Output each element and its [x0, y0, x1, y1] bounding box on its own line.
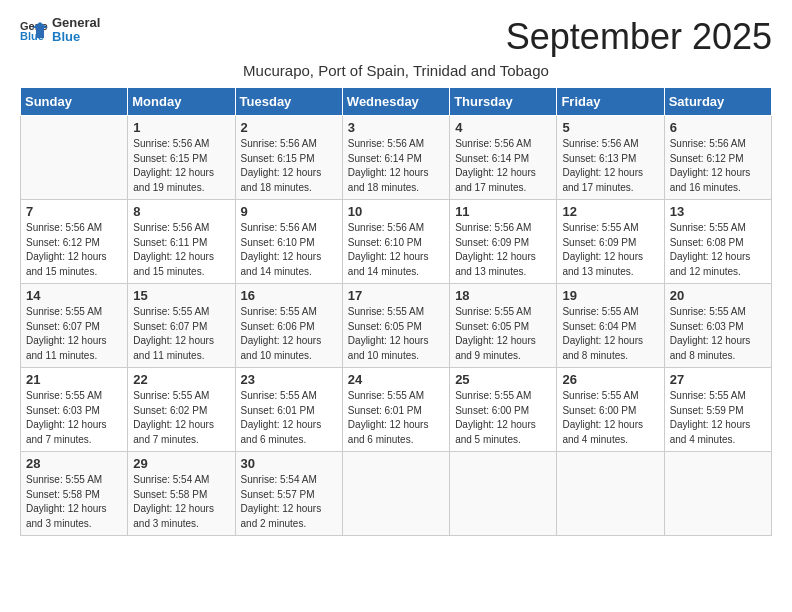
day-number: 4	[455, 120, 551, 135]
calendar-cell	[21, 116, 128, 200]
day-info: Sunrise: 5:56 AM Sunset: 6:14 PM Dayligh…	[348, 137, 444, 195]
calendar-cell: 8Sunrise: 5:56 AM Sunset: 6:11 PM Daylig…	[128, 200, 235, 284]
day-number: 20	[670, 288, 766, 303]
month-title: September 2025	[506, 16, 772, 58]
day-number: 30	[241, 456, 337, 471]
calendar-cell: 25Sunrise: 5:55 AM Sunset: 6:00 PM Dayli…	[450, 368, 557, 452]
day-number: 6	[670, 120, 766, 135]
day-info: Sunrise: 5:56 AM Sunset: 6:12 PM Dayligh…	[670, 137, 766, 195]
day-number: 26	[562, 372, 658, 387]
day-info: Sunrise: 5:55 AM Sunset: 6:03 PM Dayligh…	[26, 389, 122, 447]
day-number: 10	[348, 204, 444, 219]
day-info: Sunrise: 5:55 AM Sunset: 6:07 PM Dayligh…	[26, 305, 122, 363]
day-header-tuesday: Tuesday	[235, 88, 342, 116]
day-header-monday: Monday	[128, 88, 235, 116]
calendar-cell: 4Sunrise: 5:56 AM Sunset: 6:14 PM Daylig…	[450, 116, 557, 200]
day-number: 13	[670, 204, 766, 219]
day-info: Sunrise: 5:54 AM Sunset: 5:58 PM Dayligh…	[133, 473, 229, 531]
logo-line1: General	[52, 16, 100, 30]
calendar-cell: 30Sunrise: 5:54 AM Sunset: 5:57 PM Dayli…	[235, 452, 342, 536]
calendar-cell	[450, 452, 557, 536]
day-number: 2	[241, 120, 337, 135]
day-info: Sunrise: 5:56 AM Sunset: 6:10 PM Dayligh…	[348, 221, 444, 279]
calendar-cell: 11Sunrise: 5:56 AM Sunset: 6:09 PM Dayli…	[450, 200, 557, 284]
calendar-cell: 12Sunrise: 5:55 AM Sunset: 6:09 PM Dayli…	[557, 200, 664, 284]
calendar-cell: 6Sunrise: 5:56 AM Sunset: 6:12 PM Daylig…	[664, 116, 771, 200]
day-info: Sunrise: 5:56 AM Sunset: 6:13 PM Dayligh…	[562, 137, 658, 195]
day-number: 8	[133, 204, 229, 219]
day-info: Sunrise: 5:55 AM Sunset: 6:05 PM Dayligh…	[348, 305, 444, 363]
calendar-cell: 26Sunrise: 5:55 AM Sunset: 6:00 PM Dayli…	[557, 368, 664, 452]
day-number: 27	[670, 372, 766, 387]
week-row-1: 1Sunrise: 5:56 AM Sunset: 6:15 PM Daylig…	[21, 116, 772, 200]
day-info: Sunrise: 5:56 AM Sunset: 6:15 PM Dayligh…	[133, 137, 229, 195]
day-number: 16	[241, 288, 337, 303]
calendar-cell: 24Sunrise: 5:55 AM Sunset: 6:01 PM Dayli…	[342, 368, 449, 452]
day-info: Sunrise: 5:55 AM Sunset: 6:01 PM Dayligh…	[348, 389, 444, 447]
calendar-cell: 15Sunrise: 5:55 AM Sunset: 6:07 PM Dayli…	[128, 284, 235, 368]
day-number: 12	[562, 204, 658, 219]
day-info: Sunrise: 5:55 AM Sunset: 6:06 PM Dayligh…	[241, 305, 337, 363]
calendar-cell	[557, 452, 664, 536]
day-info: Sunrise: 5:55 AM Sunset: 5:59 PM Dayligh…	[670, 389, 766, 447]
day-info: Sunrise: 5:55 AM Sunset: 6:03 PM Dayligh…	[670, 305, 766, 363]
day-info: Sunrise: 5:54 AM Sunset: 5:57 PM Dayligh…	[241, 473, 337, 531]
week-row-3: 14Sunrise: 5:55 AM Sunset: 6:07 PM Dayli…	[21, 284, 772, 368]
calendar-cell: 7Sunrise: 5:56 AM Sunset: 6:12 PM Daylig…	[21, 200, 128, 284]
day-number: 17	[348, 288, 444, 303]
calendar-cell: 13Sunrise: 5:55 AM Sunset: 6:08 PM Dayli…	[664, 200, 771, 284]
day-number: 22	[133, 372, 229, 387]
day-info: Sunrise: 5:56 AM Sunset: 6:09 PM Dayligh…	[455, 221, 551, 279]
calendar-cell: 14Sunrise: 5:55 AM Sunset: 6:07 PM Dayli…	[21, 284, 128, 368]
calendar-cell: 3Sunrise: 5:56 AM Sunset: 6:14 PM Daylig…	[342, 116, 449, 200]
day-info: Sunrise: 5:55 AM Sunset: 6:02 PM Dayligh…	[133, 389, 229, 447]
day-info: Sunrise: 5:55 AM Sunset: 6:09 PM Dayligh…	[562, 221, 658, 279]
day-number: 9	[241, 204, 337, 219]
calendar-cell: 21Sunrise: 5:55 AM Sunset: 6:03 PM Dayli…	[21, 368, 128, 452]
calendar-cell: 16Sunrise: 5:55 AM Sunset: 6:06 PM Dayli…	[235, 284, 342, 368]
week-row-4: 21Sunrise: 5:55 AM Sunset: 6:03 PM Dayli…	[21, 368, 772, 452]
day-header-sunday: Sunday	[21, 88, 128, 116]
day-header-wednesday: Wednesday	[342, 88, 449, 116]
day-info: Sunrise: 5:55 AM Sunset: 6:00 PM Dayligh…	[562, 389, 658, 447]
day-info: Sunrise: 5:56 AM Sunset: 6:11 PM Dayligh…	[133, 221, 229, 279]
week-row-2: 7Sunrise: 5:56 AM Sunset: 6:12 PM Daylig…	[21, 200, 772, 284]
day-info: Sunrise: 5:56 AM Sunset: 6:10 PM Dayligh…	[241, 221, 337, 279]
calendar-cell: 28Sunrise: 5:55 AM Sunset: 5:58 PM Dayli…	[21, 452, 128, 536]
calendar-cell: 5Sunrise: 5:56 AM Sunset: 6:13 PM Daylig…	[557, 116, 664, 200]
day-number: 19	[562, 288, 658, 303]
calendar-header-row: SundayMondayTuesdayWednesdayThursdayFrid…	[21, 88, 772, 116]
calendar-cell: 29Sunrise: 5:54 AM Sunset: 5:58 PM Dayli…	[128, 452, 235, 536]
day-number: 28	[26, 456, 122, 471]
day-number: 25	[455, 372, 551, 387]
logo-icon: General Blue	[20, 18, 48, 42]
day-info: Sunrise: 5:55 AM Sunset: 6:07 PM Dayligh…	[133, 305, 229, 363]
calendar-cell: 23Sunrise: 5:55 AM Sunset: 6:01 PM Dayli…	[235, 368, 342, 452]
calendar-cell: 18Sunrise: 5:55 AM Sunset: 6:05 PM Dayli…	[450, 284, 557, 368]
day-number: 1	[133, 120, 229, 135]
calendar-cell	[342, 452, 449, 536]
calendar-cell: 9Sunrise: 5:56 AM Sunset: 6:10 PM Daylig…	[235, 200, 342, 284]
day-number: 21	[26, 372, 122, 387]
calendar-cell: 17Sunrise: 5:55 AM Sunset: 6:05 PM Dayli…	[342, 284, 449, 368]
day-info: Sunrise: 5:55 AM Sunset: 6:01 PM Dayligh…	[241, 389, 337, 447]
day-header-thursday: Thursday	[450, 88, 557, 116]
day-info: Sunrise: 5:55 AM Sunset: 5:58 PM Dayligh…	[26, 473, 122, 531]
day-number: 15	[133, 288, 229, 303]
calendar-cell: 2Sunrise: 5:56 AM Sunset: 6:15 PM Daylig…	[235, 116, 342, 200]
day-info: Sunrise: 5:55 AM Sunset: 6:04 PM Dayligh…	[562, 305, 658, 363]
subtitle: Mucurapo, Port of Spain, Trinidad and To…	[20, 62, 772, 79]
logo: General Blue General Blue	[20, 16, 100, 45]
day-number: 11	[455, 204, 551, 219]
day-number: 7	[26, 204, 122, 219]
day-number: 18	[455, 288, 551, 303]
calendar-cell: 20Sunrise: 5:55 AM Sunset: 6:03 PM Dayli…	[664, 284, 771, 368]
day-info: Sunrise: 5:55 AM Sunset: 6:00 PM Dayligh…	[455, 389, 551, 447]
calendar-cell: 19Sunrise: 5:55 AM Sunset: 6:04 PM Dayli…	[557, 284, 664, 368]
header: General Blue General Blue September 2025	[20, 16, 772, 58]
day-header-friday: Friday	[557, 88, 664, 116]
calendar-cell: 10Sunrise: 5:56 AM Sunset: 6:10 PM Dayli…	[342, 200, 449, 284]
calendar-body: 1Sunrise: 5:56 AM Sunset: 6:15 PM Daylig…	[21, 116, 772, 536]
day-number: 24	[348, 372, 444, 387]
day-header-saturday: Saturday	[664, 88, 771, 116]
